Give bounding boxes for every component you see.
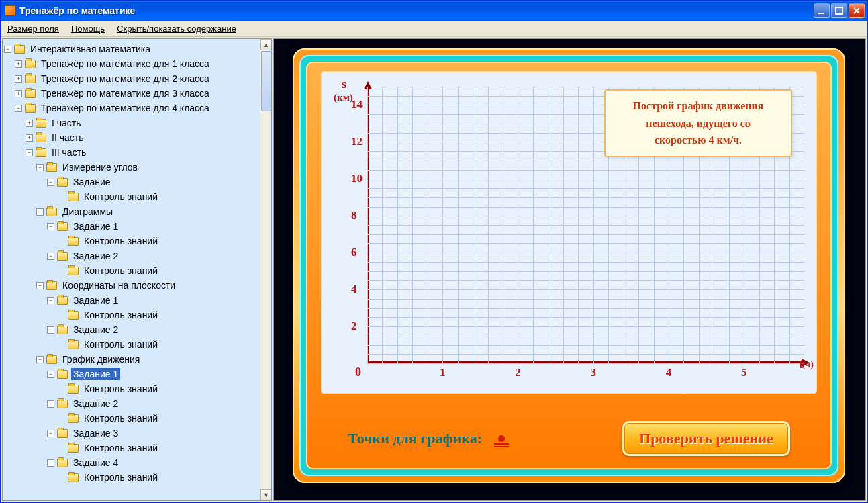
tree-item-label[interactable]: Интерактивная математика (28, 43, 152, 55)
tree-item[interactable]: Контроль знаний (4, 411, 270, 426)
folder-icon (57, 400, 68, 408)
tree-item[interactable]: −Измерение углов (4, 160, 270, 175)
check-solution-button[interactable]: Проверить решение (622, 421, 790, 456)
tree-item-label[interactable]: Контроль знаний (82, 235, 160, 247)
tree-item-label[interactable]: Задание 1 (71, 220, 120, 232)
tree-item[interactable]: −Задание 1 (4, 219, 270, 234)
tree-item[interactable]: −Задание 2 (4, 396, 270, 411)
collapse-icon[interactable]: − (47, 459, 54, 467)
tree-item[interactable]: −Задание 1 (4, 367, 270, 381)
tree-item-label[interactable]: Контроль знаний (82, 338, 160, 351)
tree-item-label[interactable]: Задание 1 (71, 294, 120, 306)
tree-item-label[interactable]: Задание (71, 176, 113, 188)
tree-item[interactable]: −Задание 1 (4, 293, 270, 308)
expand-icon[interactable]: + (15, 90, 22, 97)
collapse-icon[interactable]: − (47, 430, 54, 437)
minimize-button[interactable] (814, 3, 830, 18)
collapse-icon[interactable]: − (47, 371, 54, 378)
tree-item-label[interactable]: Контроль знаний (82, 442, 160, 454)
tree-item[interactable]: Контроль знаний (4, 337, 270, 352)
collapse-icon[interactable]: − (36, 282, 44, 289)
tree-item-label[interactable]: III часть (50, 146, 88, 158)
collapse-icon[interactable]: − (47, 253, 54, 260)
tree-item[interactable]: −Тренажёр по математике для 4 класса (4, 101, 270, 116)
tree-item-label[interactable]: II часть (50, 132, 85, 144)
tree-item[interactable]: Контроль знаний (4, 308, 270, 322)
tree-item-label[interactable]: Контроль знаний (82, 471, 160, 484)
tree-item[interactable]: −Задание 2 (4, 322, 270, 337)
tree-item-label[interactable]: Тренажёр по математике для 2 класса (39, 73, 211, 85)
tree-item-label[interactable]: Задание 3 (71, 427, 120, 439)
tree-item[interactable]: Контроль знаний (4, 189, 270, 204)
menu-field-size[interactable]: Размер поля (7, 24, 59, 34)
close-button[interactable] (849, 3, 865, 18)
collapse-icon[interactable]: − (15, 105, 22, 112)
tree-item-label[interactable]: Тренажёр по математике для 1 класса (39, 58, 211, 70)
collapse-icon[interactable]: − (47, 400, 54, 408)
tree-item[interactable]: −Задание 2 (4, 248, 270, 263)
collapse-icon[interactable]: − (47, 179, 54, 186)
tree-item-label[interactable]: Задание 2 (71, 324, 120, 336)
collapse-icon[interactable]: − (47, 223, 54, 230)
tree-item[interactable]: −График движения (4, 352, 270, 367)
tree-item-label[interactable]: Измерение углов (60, 161, 140, 173)
tree-item-label[interactable]: Задание 4 (71, 457, 120, 469)
folder-icon (68, 340, 79, 349)
tree-item[interactable]: +Тренажёр по математике для 2 класса (4, 71, 270, 86)
tree-item-label[interactable]: Контроль знаний (82, 309, 160, 321)
tree-item-label[interactable]: Контроль знаний (82, 191, 160, 203)
collapse-icon[interactable]: − (36, 356, 44, 363)
maximize-button[interactable] (831, 3, 847, 18)
scroll-thumb[interactable] (261, 51, 271, 111)
tree-item-label[interactable]: I часть (50, 117, 83, 129)
tree-item-label[interactable]: Контроль знаний (82, 265, 160, 277)
tree-item-label[interactable]: Диаграммы (60, 205, 115, 218)
expand-icon[interactable]: + (26, 134, 33, 142)
tree-item[interactable]: −Интерактивная математика (4, 42, 270, 56)
tree-item-label[interactable]: Координаты на плоскости (60, 279, 177, 291)
tree-item-label[interactable]: Задание 1 (71, 368, 120, 380)
folder-icon (57, 459, 68, 467)
menu-toggle-contents[interactable]: Скрыть/показать содержание (117, 24, 236, 34)
tree-item[interactable]: −III часть (4, 145, 270, 160)
tree-item[interactable]: −Задание 3 (4, 426, 270, 441)
tree-item[interactable]: Контроль знаний (4, 234, 270, 248)
content-tree[interactable]: −Интерактивная математика+Тренажёр по ма… (3, 39, 271, 488)
tree-item-label[interactable]: Тренажёр по математике для 4 класса (39, 102, 211, 114)
tree-item[interactable]: +II часть (4, 130, 270, 145)
tree-item-label[interactable]: Контроль знаний (82, 412, 160, 424)
chart-area[interactable]: s (км) 0 t (ч) Построй график движения (321, 71, 817, 394)
tree-item[interactable]: Контроль знаний (4, 381, 270, 396)
folder-icon (46, 281, 57, 290)
tree-item[interactable]: −Задание 4 (4, 455, 270, 470)
collapse-icon[interactable]: − (26, 149, 33, 156)
collapse-icon[interactable]: − (36, 208, 44, 216)
menu-help[interactable]: Помощь (71, 24, 105, 34)
tree-item-label[interactable]: Задание 2 (71, 398, 120, 410)
tree-item[interactable]: Контроль знаний (4, 263, 270, 278)
expand-icon[interactable]: + (26, 120, 33, 127)
expand-icon[interactable]: + (15, 75, 22, 83)
tree-item[interactable]: −Задание (4, 175, 270, 189)
tree-item[interactable]: +Тренажёр по математике для 1 класса (4, 56, 270, 71)
tree-item-label[interactable]: График движения (60, 353, 142, 365)
point-tool-icon[interactable] (494, 435, 509, 447)
tree-item[interactable]: +Тренажёр по математике для 3 класса (4, 86, 270, 101)
tree-item[interactable]: Контроль знаний (4, 470, 270, 485)
tree-item[interactable]: −Диаграммы (4, 204, 270, 219)
tree-scrollbar[interactable]: ▲ ▼ (260, 39, 271, 500)
tree-item[interactable]: Контроль знаний (4, 441, 270, 455)
tree-item[interactable]: −Координаты на плоскости (4, 278, 270, 293)
scroll-down-button[interactable]: ▼ (260, 489, 272, 500)
collapse-icon[interactable]: − (47, 297, 54, 304)
collapse-icon[interactable]: − (47, 326, 54, 334)
collapse-icon[interactable]: − (36, 164, 44, 171)
points-label: Точки для графика: (348, 430, 482, 447)
tree-item-label[interactable]: Задание 2 (71, 250, 120, 262)
scroll-up-button[interactable]: ▲ (260, 39, 272, 50)
tree-item-label[interactable]: Тренажёр по математике для 3 класса (39, 87, 211, 99)
expand-icon[interactable]: + (15, 60, 22, 68)
tree-item-label[interactable]: Контроль знаний (82, 383, 160, 395)
collapse-icon[interactable]: − (4, 46, 11, 53)
tree-item[interactable]: +I часть (4, 116, 270, 130)
